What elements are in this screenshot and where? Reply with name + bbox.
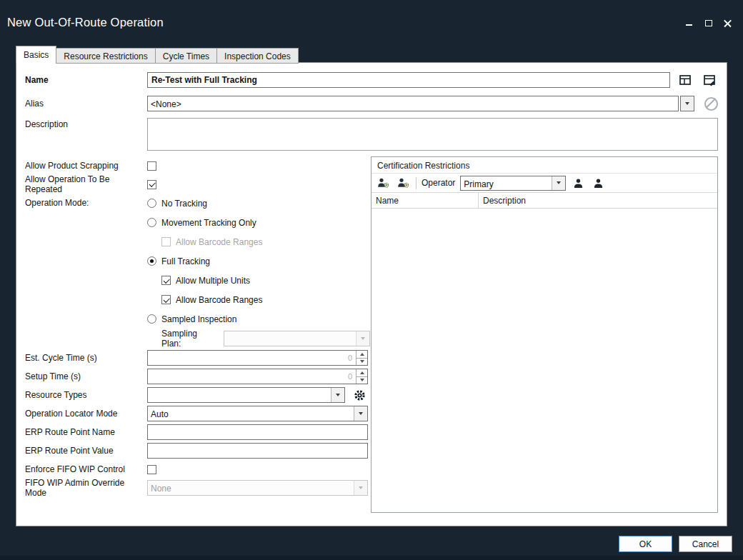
erp-route-point-value-input[interactable] <box>147 443 368 459</box>
gear-icon <box>354 389 366 401</box>
operation-locator-mode-dropdown-button[interactable] <box>354 406 367 421</box>
tab-resource-restrictions[interactable]: Resource Restrictions <box>56 48 155 64</box>
sampling-plan-value <box>224 331 356 346</box>
new-out-of-route-operation-dialog: New Out-Of-Route Operation Basics Resour… <box>0 0 743 560</box>
cancel-button[interactable]: Cancel <box>679 536 732 552</box>
sampling-plan-combobox <box>224 331 370 346</box>
name-row: Name <box>25 72 718 88</box>
description-textarea[interactable] <box>147 118 718 151</box>
sampled-inspection-option: Sampled Inspection <box>147 309 370 329</box>
allow-barcode-ranges-option: Allow Barcode Ranges <box>161 290 370 309</box>
erp-route-point-name-label: ERP Route Point Name <box>25 427 147 437</box>
sampling-plan-dropdown-button <box>356 331 369 346</box>
est-cycle-time-spin-up[interactable] <box>356 351 367 359</box>
resource-types-settings-button[interactable] <box>352 388 366 402</box>
movement-allow-barcode-option: Allow Barcode Ranges <box>161 232 370 251</box>
allow-product-scrapping-label: Allow Product Scrapping <box>25 161 147 171</box>
allow-operation-repeated-checkbox[interactable] <box>147 180 156 189</box>
certification-grid-body[interactable] <box>372 209 717 512</box>
minimize-button[interactable] <box>684 18 694 28</box>
remove-operator-icon <box>593 178 604 189</box>
column-header-name[interactable]: Name <box>372 193 479 208</box>
sampled-inspection-label: Sampled Inspection <box>161 314 236 324</box>
setup-time-spin-down[interactable] <box>356 377 367 384</box>
add-operator-button[interactable] <box>571 176 586 191</box>
certification-restrictions-group: Certification Restrictions <box>371 156 718 513</box>
setup-time-label: Setup Time (s) <box>25 371 147 381</box>
setup-time-spin-up[interactable] <box>356 369 367 377</box>
no-tracking-radio[interactable] <box>147 199 156 208</box>
fifo-admin-override-combobox: None <box>147 480 368 496</box>
setup-time-spin-buttons <box>356 369 367 384</box>
maximize-button[interactable] <box>703 18 714 28</box>
resource-types-combobox[interactable] <box>147 387 345 403</box>
allow-product-scrapping-row: Allow Product Scrapping <box>25 156 368 175</box>
chevron-down-icon <box>359 412 363 415</box>
window-title: New Out-Of-Route Operation <box>7 16 164 29</box>
name-input[interactable] <box>147 72 670 88</box>
window-controls <box>684 18 733 28</box>
tab-strip: Basics Resource Restrictions Cycle Times… <box>16 46 299 64</box>
movement-allow-barcode-checkbox <box>161 237 171 246</box>
add-certification-icon <box>377 177 389 189</box>
est-cycle-time-spin-buttons <box>356 351 367 365</box>
est-cycle-time-spin-down[interactable] <box>356 359 367 366</box>
sampled-inspection-radio[interactable] <box>147 314 156 324</box>
close-button[interactable] <box>722 18 733 28</box>
add-certification-button[interactable] <box>376 176 391 191</box>
operation-mode-options: No Tracking Movement Tracking Only Allow… <box>147 194 370 349</box>
fifo-admin-override-dropdown-button <box>354 481 367 495</box>
localization-grid-icon <box>679 74 692 86</box>
operation-locator-mode-value: Auto <box>148 406 354 421</box>
tab-inspection-codes[interactable]: Inspection Codes <box>217 48 299 64</box>
tab-basics[interactable]: Basics <box>16 46 56 64</box>
enforce-fifo-wip-checkbox[interactable] <box>147 465 156 474</box>
chevron-down-icon <box>361 337 365 340</box>
chevron-down-icon <box>359 486 363 489</box>
localization-grid-button[interactable] <box>678 73 692 87</box>
est-cycle-time-spinner[interactable]: 0 <box>147 350 368 366</box>
operation-mode-row: Operation Mode: No Tracking Movement Tra… <box>25 194 368 349</box>
alias-dropdown-button[interactable] <box>680 96 694 111</box>
remove-certification-icon <box>397 177 409 189</box>
allow-multiple-units-checkbox[interactable] <box>161 276 171 285</box>
localization-edit-button[interactable] <box>702 73 717 87</box>
allow-multiple-units-option: Allow Multiple Units <box>161 271 370 290</box>
movement-tracking-radio[interactable] <box>147 218 156 227</box>
window-bottom-edge <box>0 556 743 560</box>
column-header-description[interactable]: Description <box>479 193 717 208</box>
remove-operator-button[interactable] <box>591 176 606 191</box>
operator-dropdown-button[interactable] <box>552 176 565 190</box>
chevron-down-icon <box>685 102 689 105</box>
ok-button[interactable]: OK <box>619 536 672 552</box>
chevron-down-icon <box>360 360 364 363</box>
tab-cycle-times[interactable]: Cycle Times <box>156 48 217 64</box>
basics-tab-panel: Name <box>16 62 727 526</box>
alias-label: Alias <box>25 99 147 109</box>
erp-route-point-name-input[interactable] <box>147 424 368 440</box>
allow-barcode-ranges-checkbox[interactable] <box>161 295 171 304</box>
resource-types-dropdown-button[interactable] <box>331 388 344 402</box>
left-form-column: Allow Product Scrapping Allow Operation … <box>25 156 368 513</box>
sampling-plan-row: Sampling Plan: <box>161 329 370 349</box>
operator-combobox[interactable]: Primary <box>460 176 566 191</box>
blocked-icon <box>704 97 718 111</box>
maximize-icon <box>705 20 712 26</box>
form-columns: Allow Product Scrapping Allow Operation … <box>25 156 718 513</box>
operation-locator-mode-combobox[interactable]: Auto <box>147 406 368 421</box>
setup-time-spinner[interactable]: 0 <box>147 369 368 384</box>
movement-tracking-option: Movement Tracking Only <box>147 213 370 232</box>
localization-edit-icon <box>703 74 716 86</box>
remove-certification-button[interactable] <box>396 176 411 191</box>
chevron-down-icon <box>557 181 561 184</box>
full-tracking-radio[interactable] <box>147 256 156 266</box>
enforce-fifo-wip-label: Enforce FIFO WIP Control <box>25 464 147 474</box>
toolbar-separator <box>416 177 417 189</box>
erp-route-point-name-row: ERP Route Point Name <box>25 423 368 441</box>
operation-locator-mode-row: Operation Locator Mode Auto <box>25 404 368 423</box>
allow-product-scrapping-checkbox[interactable] <box>147 161 156 171</box>
erp-route-point-value-label: ERP Route Point Value <box>25 446 147 456</box>
chevron-down-icon <box>336 394 340 396</box>
est-cycle-time-value: 0 <box>148 351 356 365</box>
alias-combobox[interactable]: <None> <box>147 96 679 111</box>
